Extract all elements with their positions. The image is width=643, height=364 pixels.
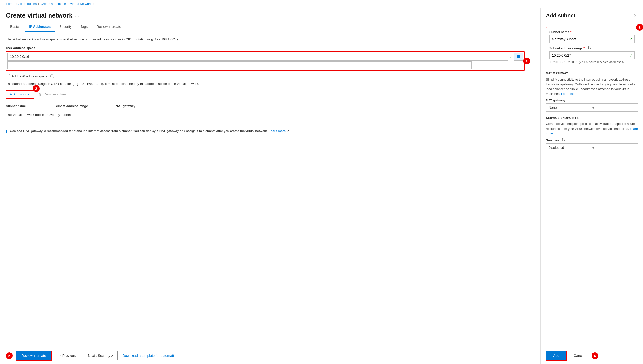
subnet-address-input-wrap: ✓ — [549, 52, 635, 59]
annotation-5: 5 — [6, 352, 13, 359]
nat-info-banner: ℹ Use of a NAT gateway is recommended fo… — [6, 126, 534, 138]
close-panel-button[interactable]: × — [632, 12, 638, 19]
page-title: Create virtual network — [6, 12, 72, 19]
add-button[interactable]: Add — [546, 351, 566, 360]
subnet-address-check-icon: ✓ — [628, 53, 634, 58]
remove-subnet-button[interactable]: 🗑 Remove subnet — [35, 90, 70, 99]
subnet-address-info-icon[interactable]: i — [587, 46, 590, 50]
nat-gateway-learn-more-link[interactable]: Learn more — [561, 92, 577, 96]
annotation-3: 3 — [636, 24, 643, 31]
ipv4-input[interactable] — [7, 53, 508, 60]
info-banner-icon: ℹ — [6, 129, 8, 136]
tab-security[interactable]: Security — [55, 22, 76, 32]
plus-icon: + — [10, 92, 12, 96]
breadcrumb-create-resource[interactable]: Create a resource — [41, 2, 66, 6]
subnet-name-input-wrap: ✓ — [549, 35, 635, 43]
services-info-icon[interactable]: i — [561, 138, 565, 142]
ipv4-address-container: ✓ 🗑 — [6, 51, 525, 71]
breadcrumb-virtual-network[interactable]: Virtual Network — [70, 2, 92, 6]
ipv4-label: IPv4 address space — [6, 46, 534, 50]
subnet-name-input[interactable] — [550, 36, 628, 43]
col-subnet-address: Subnet address range — [55, 104, 116, 108]
page-title-dots[interactable]: ... — [75, 13, 79, 18]
delete-ipv4-button[interactable]: 🗑 — [514, 53, 523, 60]
service-endpoints-title: SERVICE ENDPOINTS — [546, 116, 638, 120]
ipv6-checkbox-label[interactable]: Add IPv6 address space — [12, 74, 47, 78]
subnet-toolbar: + Add subnet 2 🗑 Remove subnet — [6, 90, 534, 99]
ipv4-second-input[interactable] — [7, 62, 472, 69]
previous-button[interactable]: < Previous — [55, 351, 80, 360]
next-security-button[interactable]: Next : Security > — [83, 351, 118, 360]
subnet-address-hint: 10.20.0.0 - 10.20.0.31 (27 + 5 Azure res… — [549, 60, 635, 64]
nat-gateway-desc: Simplify connectivity to the internet us… — [546, 77, 638, 96]
tab-tags[interactable]: Tags — [76, 22, 92, 32]
tab-ip-addresses[interactable]: IP Addresses — [25, 22, 55, 32]
download-template-button[interactable]: Download a template for automation — [120, 351, 179, 360]
cancel-button[interactable]: Cancel — [569, 351, 589, 360]
check-icon: ✓ — [509, 54, 512, 59]
service-endpoints-desc: Create service endpoint policies to allo… — [546, 122, 638, 136]
ipv6-info-icon[interactable]: i — [50, 74, 54, 78]
subnet-name-section: 3 Subnet name * ✓ Subnet address range *… — [546, 27, 638, 67]
required-star-name: * — [570, 30, 571, 34]
tab-review-create[interactable]: Review + create — [92, 22, 126, 32]
bottom-bar: 5 Review + create < Previous Next : Secu… — [0, 347, 540, 364]
subnet-name-check-icon: ✓ — [628, 37, 634, 42]
remove-subnet-label: Remove subnet — [44, 92, 67, 96]
nat-gateway-value: None — [548, 106, 592, 110]
nat-gateway-dropdown[interactable]: None ∨ — [546, 104, 638, 112]
nat-gateway-section-title: NAT GATEWAY — [546, 72, 638, 75]
content-area: The virtual network's address space, spe… — [0, 32, 540, 347]
services-dropdown-arrow-icon: ∨ — [592, 146, 636, 150]
subnet-empty-message: This virtual network doesn't have any su… — [6, 110, 534, 120]
subnet-description: The subnet's address range in CIDR notat… — [6, 82, 534, 86]
subnet-address-field-label: Subnet address range * i — [549, 46, 635, 50]
add-subnet-panel: Add subnet × 3 Subnet name * ✓ Subnet ad… — [540, 8, 643, 364]
services-value: 0 selected — [548, 146, 592, 150]
review-create-button[interactable]: Review + create — [16, 351, 52, 360]
right-panel-content: 3 Subnet name * ✓ Subnet address range *… — [541, 22, 643, 347]
annotation-2: 2 — [33, 85, 40, 92]
breadcrumb: Home › All resources › Create a resource… — [0, 0, 643, 8]
ipv6-checkbox-row: Add IPv6 address space i — [6, 74, 534, 78]
right-panel-footer: Add Cancel 4 — [541, 347, 643, 364]
required-star-address: * — [584, 46, 585, 50]
right-panel-title: Add subnet — [546, 12, 576, 19]
col-subnet-name: Subnet name — [6, 104, 55, 108]
tab-basics[interactable]: Basics — [6, 22, 25, 32]
add-subnet-label: Add subnet — [14, 92, 30, 96]
breadcrumb-home[interactable]: Home — [6, 2, 14, 6]
page-header: Create virtual network ... — [0, 8, 540, 19]
services-field-label: Services i — [546, 138, 638, 142]
breadcrumb-all-resources[interactable]: All resources — [18, 2, 36, 6]
add-subnet-button[interactable]: + Add subnet — [6, 90, 34, 99]
subnet-name-field-label: Subnet name * — [549, 30, 635, 34]
dropdown-arrow-icon: ∨ — [592, 106, 636, 110]
external-link-icon: ↗ — [286, 129, 290, 133]
subnet-table-header: Subnet name Subnet address range NAT gat… — [6, 102, 534, 110]
nat-gateway-field-label: NAT gateway — [546, 98, 638, 102]
tab-bar: Basics IP Addresses Security Tags Review… — [0, 19, 540, 32]
ip-tab-description: The virtual network's address space, spe… — [6, 37, 534, 42]
right-panel-header: Add subnet × — [541, 8, 643, 22]
subnet-address-input[interactable] — [550, 52, 628, 59]
nat-learn-more-link[interactable]: Learn more — [269, 129, 286, 133]
services-dropdown[interactable]: 0 selected ∨ — [546, 144, 638, 152]
annotation-4: 4 — [592, 352, 598, 359]
col-nat-gateway: NAT gateway — [116, 104, 164, 108]
ipv6-checkbox[interactable] — [6, 74, 10, 78]
annotation-1: 1 — [523, 58, 530, 64]
trash-icon: 🗑 — [39, 92, 42, 96]
nat-info-text: Use of a NAT gateway is recommended for … — [10, 128, 290, 134]
